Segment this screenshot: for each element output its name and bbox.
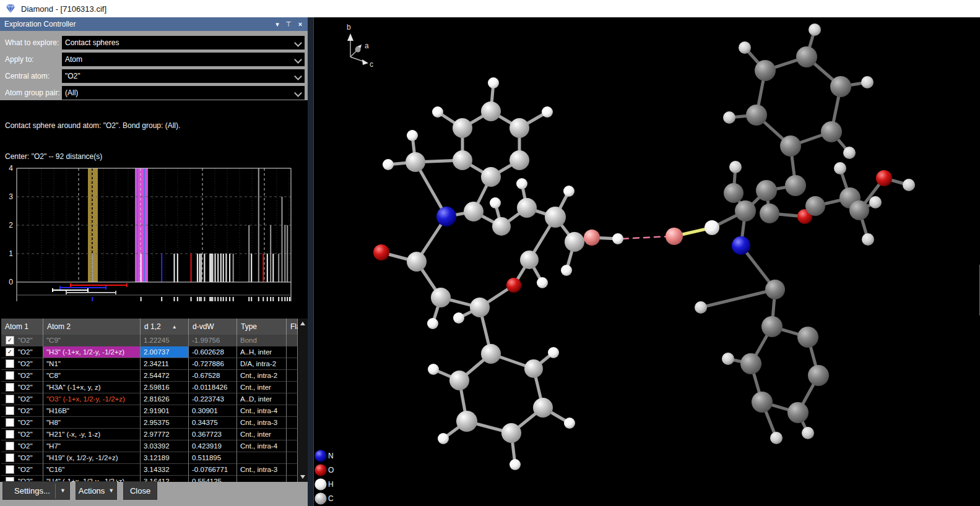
row-checkbox[interactable] xyxy=(6,359,14,368)
atom-H[interactable] xyxy=(548,347,559,358)
atom-C[interactable] xyxy=(520,251,539,269)
atom-C[interactable] xyxy=(761,316,783,337)
atom-C[interactable] xyxy=(431,288,451,307)
table-row[interactable]: "O2""H7"3.033920.423919Cnt., intra-4 xyxy=(1,440,298,452)
scroll-down-icon[interactable] xyxy=(300,475,305,479)
atom-C[interactable] xyxy=(453,150,472,170)
atom-C[interactable] xyxy=(533,398,553,418)
atom-H[interactable] xyxy=(705,220,719,235)
atom-C[interactable] xyxy=(797,327,818,348)
atom-C[interactable] xyxy=(492,217,511,236)
table-row[interactable]: ✓"O2""H3" (-1+x, 1/2-y, -1/2+z)2.00737-0… xyxy=(1,346,298,358)
atom-P[interactable] xyxy=(666,228,683,245)
table-row[interactable]: "O2""H19" (x, 1/2-y, -1/2+z)3.121890.511… xyxy=(1,452,298,464)
table-row[interactable]: "O2""H8"2.953750.34375Cnt., intra-3 xyxy=(1,417,298,429)
atom-C[interactable] xyxy=(470,298,490,317)
atom-C[interactable] xyxy=(849,200,869,220)
atom-H[interactable] xyxy=(561,265,572,276)
atom-C[interactable] xyxy=(407,252,427,272)
atom-C[interactable] xyxy=(481,101,501,121)
vertical-scrollbar[interactable] xyxy=(298,319,308,482)
atom-O[interactable] xyxy=(876,170,892,186)
atom-H[interactable] xyxy=(862,233,874,246)
atom-layer[interactable] xyxy=(373,24,915,470)
central-atom-select[interactable]: "O2" xyxy=(62,69,305,83)
atom-C[interactable] xyxy=(796,46,817,67)
row-checkbox[interactable] xyxy=(6,406,14,415)
atom-H[interactable] xyxy=(729,161,742,173)
atom-O[interactable] xyxy=(373,244,389,260)
atom-C[interactable] xyxy=(760,204,779,223)
distance-histogram[interactable]: 0123401234 xyxy=(0,165,308,318)
atom-C[interactable] xyxy=(464,202,483,221)
atom-H[interactable] xyxy=(490,197,501,208)
atom-N[interactable] xyxy=(732,236,750,255)
table-row[interactable]: "O2""H16B"2.919010.30901Cnt., intra-4 xyxy=(1,405,298,417)
table-row[interactable]: "O2""C8"2.54472-0.67528Cnt., intra-2 xyxy=(1,370,298,382)
row-checkbox[interactable] xyxy=(6,465,14,474)
atom-C[interactable] xyxy=(785,175,806,196)
pin-icon[interactable]: ⊥ xyxy=(283,17,294,31)
atom-C[interactable] xyxy=(510,118,529,138)
atom-H[interactable] xyxy=(542,106,553,118)
atom-H[interactable] xyxy=(453,312,464,324)
column-header-atom-2[interactable]: Atom 2 xyxy=(43,319,141,335)
atom-H[interactable] xyxy=(722,353,734,365)
atom-C[interactable] xyxy=(735,200,756,221)
settings-dropdown-icon[interactable]: ▼ xyxy=(60,487,66,494)
what-to-explore-select[interactable]: Contact spheres xyxy=(62,36,305,49)
atom-H[interactable] xyxy=(770,432,783,444)
atom-C[interactable] xyxy=(524,359,543,378)
row-checkbox-checked[interactable]: ✓ xyxy=(6,348,14,356)
atom-H[interactable] xyxy=(427,318,438,329)
atom-H[interactable] xyxy=(428,364,439,375)
molecule-canvas[interactable]: bac NOHC xyxy=(308,17,980,506)
atom-C[interactable] xyxy=(808,365,829,386)
atom-N[interactable] xyxy=(436,207,456,226)
atom-H[interactable] xyxy=(537,277,548,288)
close-button[interactable]: Close xyxy=(123,481,157,500)
close-panel-icon[interactable]: × xyxy=(295,17,306,31)
atom-C[interactable] xyxy=(752,392,773,413)
column-header-type[interactable]: Type xyxy=(237,319,287,335)
row-checkbox[interactable] xyxy=(6,383,14,392)
atom-C[interactable] xyxy=(805,196,825,216)
atom-H[interactable] xyxy=(612,233,623,244)
table-row[interactable]: "O2""H3A" (-1+x, y, z)2.59816-0.0118426C… xyxy=(1,382,298,393)
atom-C[interactable] xyxy=(456,411,477,432)
atom-H[interactable] xyxy=(903,179,915,191)
atom-C[interactable] xyxy=(510,150,529,170)
apply-to-select[interactable]: Atom xyxy=(62,53,305,66)
actions-button[interactable]: Actions ▼ xyxy=(76,481,117,500)
structure-viewer-3d[interactable]: bac NOHC "O2" 0.01781(15), 0.24607(9), 0… xyxy=(308,17,980,506)
atom-group-pair-select[interactable]: (All) xyxy=(62,86,305,100)
row-checkbox[interactable] xyxy=(6,430,14,439)
row-checkbox[interactable] xyxy=(6,453,14,462)
atom-H[interactable] xyxy=(516,178,527,189)
table-row[interactable]: ✓"O2""C9"1.22245-1.99756Bond xyxy=(1,335,298,346)
column-header-d-1-2[interactable]: d 1,2▲ xyxy=(141,319,189,335)
table-row[interactable]: "O2""C16"3.14332-0.0766771Cnt., intra-3 xyxy=(1,464,298,476)
row-checkbox[interactable] xyxy=(6,395,14,403)
atom-C[interactable] xyxy=(565,232,584,252)
atom-C[interactable] xyxy=(501,423,521,443)
atom-H[interactable] xyxy=(383,159,394,170)
atom-H[interactable] xyxy=(843,147,856,159)
atom-C[interactable] xyxy=(746,105,767,126)
atom-H[interactable] xyxy=(809,24,821,36)
atom-P[interactable] xyxy=(584,229,600,246)
atom-C[interactable] xyxy=(405,152,425,172)
row-checkbox[interactable] xyxy=(6,371,14,380)
panel-menu-icon[interactable]: ▾ xyxy=(272,17,283,31)
atom-H[interactable] xyxy=(510,459,521,470)
column-header-fla[interactable]: Fla xyxy=(287,319,298,335)
atom-C[interactable] xyxy=(545,207,566,228)
atom-H[interactable] xyxy=(861,76,874,88)
row-checkbox[interactable] xyxy=(6,442,14,450)
atom-H[interactable] xyxy=(488,77,499,88)
atom-H[interactable] xyxy=(802,427,814,439)
atom-C[interactable] xyxy=(481,167,501,187)
table-row[interactable]: "O2""O3" (-1+x, 1/2-y, -1/2+z)2.81626-0.… xyxy=(1,393,298,405)
table-row[interactable]: "O2""N1"2.34211-0.727886D/A, intra-2 xyxy=(1,358,298,370)
atom-H[interactable] xyxy=(407,130,418,141)
